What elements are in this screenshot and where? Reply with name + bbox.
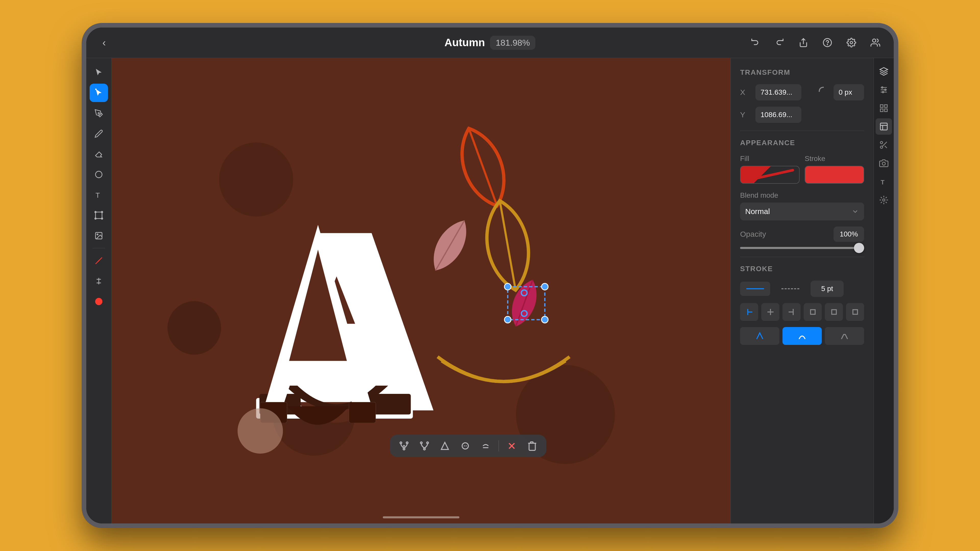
ctx-break[interactable] (458, 438, 473, 454)
svg-text:T: T (95, 191, 100, 199)
ctx-delete[interactable] (525, 438, 540, 454)
svg-rect-77 (880, 105, 883, 108)
zoom-level[interactable]: 181.98% (490, 36, 535, 50)
type-icon[interactable]: T (876, 173, 892, 190)
settings2-icon[interactable] (876, 192, 892, 208)
stroke-swatch[interactable] (805, 166, 864, 184)
svg-rect-80 (885, 109, 887, 112)
tool-record[interactable] (89, 292, 108, 311)
tool-ellipse[interactable] (89, 165, 108, 184)
tool-eraser[interactable] (89, 145, 108, 163)
tool-select[interactable] (89, 63, 108, 82)
tool-align[interactable] (89, 272, 108, 290)
undo-button[interactable] (747, 35, 764, 51)
svg-point-41 (504, 316, 511, 323)
svg-point-6 (98, 113, 100, 114)
ctx-convert[interactable] (437, 438, 452, 454)
share-button[interactable] (795, 35, 811, 51)
svg-point-48 (403, 448, 405, 450)
stroke-solid-btn[interactable] (740, 282, 770, 296)
svg-point-55 (462, 443, 469, 449)
join-bevel-right[interactable] (825, 327, 864, 345)
right-panel: TRANSFORM X 731.639... (730, 58, 873, 524)
x-label: X (740, 88, 750, 97)
svg-marker-54 (441, 442, 449, 449)
svg-point-88 (882, 162, 885, 165)
ctx-smooth-node[interactable] (417, 438, 432, 454)
opacity-slider[interactable] (740, 247, 864, 249)
people-button[interactable] (867, 35, 883, 51)
cap-square-right[interactable] (846, 303, 864, 321)
assets-icon[interactable] (876, 100, 892, 116)
y-label: Y (740, 110, 750, 119)
tool-transform[interactable] (89, 206, 108, 224)
svg-rect-9 (95, 212, 102, 219)
y-input[interactable]: 1086.69... (756, 106, 801, 123)
canvas[interactable] (112, 58, 730, 524)
join-miter-left[interactable] (740, 327, 780, 345)
transform-section-title: TRANSFORM (740, 68, 864, 76)
ctx-join[interactable] (478, 438, 493, 454)
svg-point-12 (95, 218, 96, 219)
svg-point-4 (873, 39, 876, 42)
tablet: ‹ Autumn 181.98% (82, 23, 898, 528)
cap-butt-mid[interactable] (761, 303, 780, 321)
right-panel-icons: T (873, 58, 894, 524)
tool-text[interactable]: T (89, 186, 108, 204)
document-title: Autumn (445, 37, 485, 49)
adjustments-icon[interactable] (876, 82, 892, 98)
svg-point-90 (883, 199, 885, 201)
svg-point-53 (424, 448, 425, 450)
layers-icon[interactable] (876, 63, 892, 79)
svg-point-84 (880, 141, 883, 144)
tool-brush[interactable] (89, 251, 108, 270)
opacity-input[interactable]: 100% (834, 227, 864, 242)
cut-icon[interactable] (876, 137, 892, 153)
svg-point-22 (167, 301, 221, 354)
tool-pencil[interactable] (89, 124, 108, 143)
x-input[interactable]: 731.639... (756, 84, 801, 100)
svg-rect-33 (349, 402, 375, 423)
redo-button[interactable] (771, 35, 788, 51)
top-bar: ‹ Autumn 181.98% (86, 27, 894, 58)
svg-rect-68 (832, 310, 836, 314)
context-toolbar (390, 435, 546, 457)
svg-point-11 (101, 211, 103, 213)
cap-butt-right[interactable] (783, 303, 800, 321)
opacity-label: Opacity (740, 230, 766, 238)
appearance-section-title: APPEARANCE (740, 139, 864, 147)
cap-butt-left[interactable] (740, 303, 758, 321)
svg-point-42 (542, 316, 548, 323)
camera-icon[interactable] (876, 155, 892, 171)
svg-point-15 (97, 234, 98, 235)
svg-rect-67 (811, 310, 815, 314)
back-button[interactable]: ‹ (97, 35, 112, 50)
help-button[interactable] (819, 35, 835, 51)
stroke-width-input[interactable]: 5 pt (811, 281, 844, 297)
cap-square-left[interactable] (803, 303, 822, 321)
tool-pen[interactable] (89, 104, 108, 122)
tool-direct-select[interactable] (89, 84, 108, 102)
svg-point-46 (400, 442, 402, 444)
svg-point-47 (406, 442, 408, 444)
svg-point-74 (881, 87, 883, 88)
svg-point-45 (238, 408, 283, 454)
svg-line-87 (885, 146, 887, 148)
tool-image[interactable] (89, 227, 108, 245)
svg-point-40 (542, 283, 548, 290)
svg-text:T: T (881, 179, 885, 186)
transform-panel-icon[interactable] (876, 118, 892, 135)
svg-point-7 (95, 171, 102, 178)
blend-mode-select[interactable]: Normal (740, 203, 864, 221)
ctx-close[interactable] (504, 438, 519, 454)
home-indicator (383, 516, 460, 518)
svg-point-39 (504, 283, 511, 290)
ctx-add-node[interactable] (396, 438, 412, 454)
stroke-dashed-btn[interactable] (775, 282, 805, 296)
corner-radius-input[interactable]: 0 px (834, 84, 864, 100)
fill-swatch[interactable] (740, 166, 800, 184)
join-round-mid[interactable] (783, 327, 822, 345)
cap-square-mid[interactable] (825, 303, 843, 321)
settings-button[interactable] (843, 35, 859, 51)
svg-rect-79 (880, 109, 883, 112)
